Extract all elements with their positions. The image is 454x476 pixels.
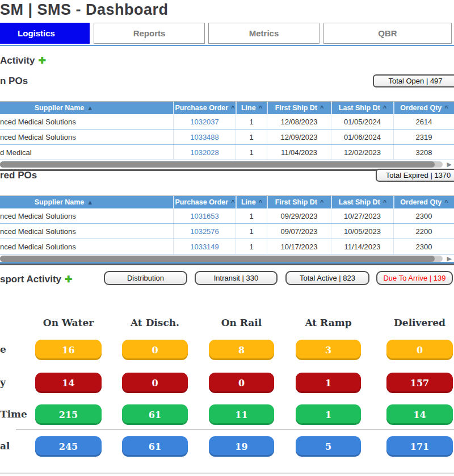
column-header-label: Purchase Order — [175, 198, 228, 206]
status-count-pill[interactable]: 0 — [122, 340, 188, 360]
table-cell: 1 — [236, 239, 267, 254]
table-cell: nced Medical Solutions — [0, 208, 173, 223]
table-cell: 01/06/2024 — [331, 130, 393, 144]
purchase-order-link[interactable]: 1031653 — [173, 208, 236, 223]
column-header-purchase-order[interactable]: Purchase Order^ — [173, 196, 236, 208]
column-header-label: First Ship Dt — [275, 104, 317, 112]
column-header-label: Last Ship Dt — [339, 198, 380, 206]
column-header-line[interactable]: Line^ — [236, 102, 267, 114]
column-header-label: Line — [241, 104, 256, 112]
horizontal-scrollbar: ▶ — [0, 161, 454, 168]
status-count-pill[interactable]: 0 — [122, 373, 188, 393]
table-cell: 11/14/2023 — [331, 239, 393, 254]
column-header-first-ship-dt[interactable]: First Ship Dt^ — [267, 102, 331, 114]
purchase-order-link[interactable]: 1032576 — [173, 224, 236, 239]
section-divider — [0, 262, 454, 264]
column-header-first-ship-dt[interactable]: First Ship Dt^ — [267, 196, 331, 208]
table-cell: 10/27/2023 — [331, 208, 393, 223]
column-header-ordered-qty[interactable]: Ordered Qty^ — [393, 102, 454, 114]
add-po-activity-icon[interactable]: ✚ — [38, 56, 45, 65]
scrollbar-thumb[interactable] — [0, 256, 435, 262]
expired-pos-heading: red POs — [0, 170, 37, 181]
grid-column-header-on-water: On Water — [35, 317, 102, 328]
column-header-last-ship-dt[interactable]: Last Ship Dt^ — [331, 196, 393, 208]
scrollbar-thumb[interactable] — [0, 161, 435, 168]
tab-logistics[interactable]: Logistics — [0, 23, 90, 44]
table-cell: 1 — [236, 114, 267, 129]
status-count-pill[interactable]: 245 — [35, 436, 102, 457]
sort-arrow-icon: ^ — [383, 199, 386, 206]
sort-arrow-icon: ^ — [320, 199, 323, 206]
column-header-line[interactable]: Line^ — [236, 196, 267, 208]
grid-column-header-at-disch-: At Disch. — [122, 317, 188, 328]
open-pos-heading: n POs — [0, 76, 28, 87]
column-header-ordered-qty[interactable]: Ordered Qty^ — [393, 196, 454, 208]
status-count-pill[interactable]: 19 — [209, 436, 274, 457]
column-header-label: Supplier Name — [35, 198, 85, 206]
sort-arrow-icon: ^ — [259, 199, 262, 206]
status-count-pill[interactable]: 0 — [209, 373, 274, 393]
purchase-order-link[interactable]: 1033488 — [173, 130, 236, 144]
purchase-order-link[interactable]: 1032028 — [173, 145, 236, 160]
grid-column-header-at-ramp: At Ramp — [296, 317, 361, 328]
status-count-pill[interactable]: 3 — [296, 340, 361, 360]
transport-button-due-to-arrive[interactable]: Due To Arrive | 139 — [376, 271, 453, 285]
status-count-pill[interactable]: 157 — [386, 373, 453, 393]
expired-pos-table: Supplier Name▲Purchase Order^Line^First … — [0, 195, 454, 265]
status-count-pill[interactable]: 14 — [386, 404, 453, 425]
grid-row-label: Time — [0, 408, 27, 420]
transport-activity-heading: sport Activity✚ — [0, 274, 72, 285]
transport-button-distribution[interactable]: Distribution — [104, 271, 187, 285]
table-row: nced Medical Solutions1033149110/17/2023… — [0, 239, 454, 254]
status-count-pill[interactable]: 61 — [122, 436, 188, 457]
table-cell: 12/09/2023 — [267, 130, 331, 144]
sort-arrow-icon: ^ — [383, 105, 386, 111]
status-count-pill[interactable]: 11 — [209, 404, 274, 425]
column-header-label: First Ship Dt — [275, 198, 317, 206]
status-count-pill[interactable]: 171 — [386, 436, 453, 457]
sort-arrow-icon: ^ — [444, 105, 448, 111]
table-cell: 2300 — [393, 208, 454, 223]
table-cell: 2300 — [393, 239, 454, 254]
column-header-label: Purchase Order — [175, 104, 228, 112]
column-header-purchase-order[interactable]: Purchase Order^ — [173, 102, 236, 114]
tab-metrics[interactable]: Metrics — [208, 23, 320, 44]
total-row-divider — [16, 429, 454, 429]
table-cell: 1 — [236, 130, 267, 144]
total-open-button[interactable]: Total Open | 497 — [373, 74, 454, 87]
tab-qbr[interactable]: QBR — [323, 23, 452, 44]
status-count-pill[interactable]: 14 — [35, 373, 102, 393]
column-header-supplier-name[interactable]: Supplier Name▲ — [0, 196, 173, 208]
status-count-pill[interactable]: 0 — [386, 340, 453, 360]
column-header-last-ship-dt[interactable]: Last Ship Dt^ — [331, 102, 393, 114]
po-activity-heading-text: Activity — [0, 55, 35, 66]
scroll-right-arrow-icon[interactable]: ▶ — [447, 161, 452, 168]
page-title: SM | SMS - Dashboard — [0, 1, 169, 19]
status-count-pill[interactable]: 8 — [209, 340, 274, 360]
table-cell: 10/17/2023 — [267, 239, 331, 254]
status-count-pill[interactable]: 16 — [35, 340, 102, 360]
tab-reports[interactable]: Reports — [94, 23, 205, 44]
status-count-pill[interactable]: 1 — [296, 373, 361, 393]
sort-arrow-icon: ▲ — [87, 199, 93, 206]
transport-heading-text: sport Activity — [0, 274, 61, 285]
page-bottom-rule — [0, 473, 454, 474]
table-cell: 09/07/2023 — [267, 224, 331, 239]
table-cell: 3208 — [393, 145, 454, 160]
sort-arrow-icon: ^ — [320, 105, 323, 111]
transport-button-intransit[interactable]: Intransit | 330 — [195, 271, 278, 285]
purchase-order-link[interactable]: 1032037 — [173, 114, 236, 129]
status-count-pill[interactable]: 215 — [35, 404, 102, 425]
column-header-supplier-name[interactable]: Supplier Name▲ — [0, 102, 173, 114]
table-cell: 1 — [236, 145, 267, 160]
add-transport-icon[interactable]: ✚ — [65, 274, 72, 284]
status-count-pill[interactable]: 61 — [122, 404, 188, 425]
column-header-label: Line — [241, 198, 256, 206]
status-count-pill[interactable]: 1 — [296, 404, 361, 425]
transport-button-total-active[interactable]: Total Active | 823 — [285, 271, 369, 285]
sort-arrow-icon: ▲ — [87, 105, 93, 111]
total-expired-button[interactable]: Total Expired | 1370 — [376, 169, 454, 182]
tab-reports-label: Reports — [133, 28, 166, 38]
purchase-order-link[interactable]: 1033149 — [173, 239, 236, 254]
status-count-pill[interactable]: 5 — [296, 436, 361, 457]
